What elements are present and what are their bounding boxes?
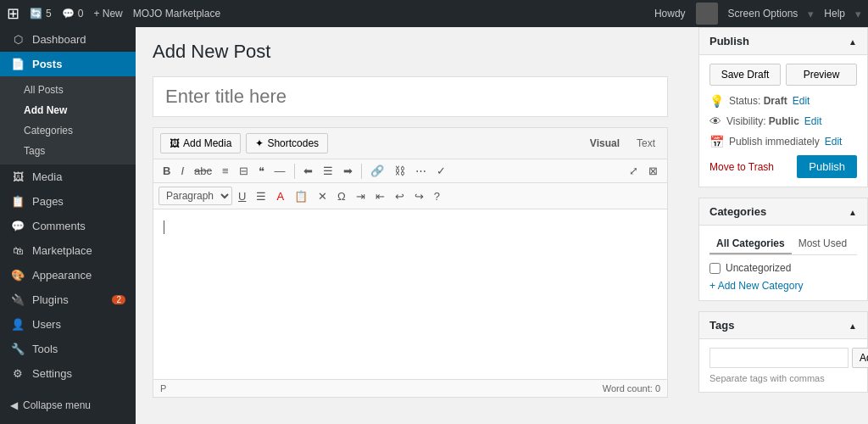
tags-input-row: Add (709, 348, 857, 368)
publish-metabox-header[interactable]: Publish (699, 28, 867, 55)
right-sidebar: Publish Save Draft Preview 💡 Status: Dra… (698, 27, 868, 424)
status-icon: 💡 (709, 94, 724, 108)
add-media-button[interactable]: 🖼 Add Media (160, 133, 241, 153)
adminbar-new[interactable]: + New (93, 8, 122, 20)
paste-text-button[interactable]: 📋 (290, 188, 312, 204)
text-tab[interactable]: Text (632, 134, 660, 153)
undo-button[interactable]: ↩ (391, 188, 409, 204)
unlink-button[interactable]: ⛓ (390, 163, 409, 179)
tags-add-button[interactable]: Add (852, 348, 868, 368)
uncategorized-checkbox-row: Uncategorized (709, 262, 857, 274)
strikethrough-button[interactable]: abc (190, 163, 216, 179)
bold-button[interactable]: B (159, 163, 175, 179)
schedule-icon: 📅 (709, 135, 724, 148)
sidebar-item-media[interactable]: 🖼 Media (0, 165, 136, 189)
visibility-edit-link[interactable]: Edit (804, 115, 822, 127)
uncategorized-checkbox[interactable] (709, 263, 721, 274)
publish-collapse-icon (849, 35, 857, 47)
spellcheck-button[interactable]: ✓ (432, 163, 450, 179)
sidebar-item-settings[interactable]: ⚙ Settings (0, 361, 136, 386)
categories-metabox-header[interactable]: Categories (699, 198, 867, 226)
categories-metabox-body: All Categories Most Used Uncategorized +… (699, 226, 867, 300)
appearance-icon: 🎨 (10, 269, 25, 282)
collapse-icon: ◀ (10, 399, 18, 411)
tags-note: Separate tags with commas (709, 373, 857, 383)
indent-button[interactable]: ⇥ (352, 188, 370, 204)
adminbar-marketplace[interactable]: MOJO Marketplace (133, 8, 220, 20)
most-used-tab[interactable]: Most Used (792, 234, 854, 254)
adminbar-site[interactable]: 🔄 5 (30, 8, 52, 20)
sidebar-subitem-tags[interactable]: Tags (0, 141, 136, 161)
sidebar-item-comments[interactable]: 💬 Comments (0, 214, 136, 238)
uncategorized-label: Uncategorized (726, 262, 791, 274)
help-kb-button[interactable]: ? (430, 188, 444, 204)
post-title-input[interactable] (153, 76, 668, 117)
wp-logo[interactable]: ⊞ (7, 6, 19, 21)
special-chars-button[interactable]: Ω (333, 188, 350, 204)
media-icon: 🖼 (10, 170, 25, 183)
text-color-button[interactable]: A (272, 188, 288, 204)
distraction-free-button[interactable]: ⊠ (644, 163, 662, 179)
status-edit-link[interactable]: Edit (793, 95, 810, 107)
blockquote-button[interactable]: ❝ (254, 163, 269, 179)
adminbar-comments[interactable]: 💬 0 (62, 8, 84, 20)
sidebar-item-dashboard[interactable]: ⬡ Dashboard (0, 27, 136, 52)
tags-collapse-icon (849, 319, 857, 332)
underline-button[interactable]: U (234, 188, 250, 204)
visual-tab[interactable]: Visual (585, 134, 625, 153)
all-categories-tab[interactable]: All Categories (709, 234, 792, 254)
save-draft-button[interactable]: Save Draft (709, 64, 781, 86)
justify-button[interactable]: ☰ (252, 188, 270, 204)
shortcodes-button[interactable]: ✦ Shortcodes (246, 133, 328, 153)
italic-button[interactable]: I (176, 163, 188, 179)
sidebar-item-plugins[interactable]: 🔌 Plugins 2 (0, 287, 136, 312)
sidebar-posts-submenu: All Posts Add New Categories Tags (0, 76, 136, 165)
fullscreen-button[interactable]: ⤢ (625, 163, 643, 179)
ordered-list-button[interactable]: ⊟ (235, 163, 253, 179)
schedule-edit-link[interactable]: Edit (825, 136, 843, 148)
align-left-button[interactable]: ⬅ (299, 163, 317, 179)
marketplace-icon: 🛍 (10, 244, 25, 257)
status-row: 💡 Status: Draft Edit (709, 94, 857, 108)
paragraph-select[interactable]: Paragraph Heading 1 Heading 2 Heading 3 (159, 187, 232, 205)
align-center-button[interactable]: ☰ (319, 163, 337, 179)
clear-format-button[interactable]: ✕ (314, 188, 331, 204)
comments-icon: 💬 (10, 220, 25, 232)
sidebar-item-marketplace[interactable]: 🛍 Marketplace (0, 238, 136, 263)
main-content: Add New Post 🖼 Add Media ✦ Shortcodes (136, 27, 685, 424)
sidebar-item-appearance[interactable]: 🎨 Appearance (0, 263, 136, 287)
hr-button[interactable]: — (270, 163, 290, 179)
align-right-button[interactable]: ➡ (339, 163, 357, 179)
editor-format-bar-2: Paragraph Heading 1 Heading 2 Heading 3 … (153, 183, 667, 209)
collapse-menu-btn[interactable]: ◀ Collapse menu (0, 393, 136, 418)
redo-button[interactable]: ↪ (410, 188, 428, 204)
tags-input[interactable] (709, 348, 849, 368)
editor-body[interactable] (153, 209, 667, 379)
dashboard-icon: ⬡ (10, 33, 25, 46)
link-button[interactable]: 🔗 (366, 163, 388, 179)
publish-metabox-body: Save Draft Preview 💡 Status: Draft Edit … (699, 55, 867, 187)
insert-more-button[interactable]: ⋯ (411, 163, 431, 179)
sidebar-subitem-add-new[interactable]: Add New (0, 100, 136, 120)
pages-icon: 📋 (10, 195, 25, 208)
add-new-category-link[interactable]: + Add New Category (709, 280, 803, 292)
plugins-badge: 2 (112, 295, 125, 304)
sidebar-item-users[interactable]: 👤 Users (0, 312, 136, 337)
tools-icon: 🔧 (10, 343, 25, 355)
preview-button[interactable]: Preview (786, 64, 857, 86)
tags-metabox-header[interactable]: Tags (699, 312, 867, 339)
publish-button[interactable]: Publish (797, 155, 857, 178)
sidebar-item-pages[interactable]: 📋 Pages (0, 189, 136, 214)
help-btn[interactable]: Help (824, 8, 845, 20)
sidebar-subitem-categories[interactable]: Categories (0, 120, 136, 141)
tags-metabox: Tags Add Separate tags with commas (698, 311, 868, 393)
screen-options-btn[interactable]: Screen Options (728, 8, 798, 20)
move-to-trash-link[interactable]: Move to Trash (709, 161, 774, 173)
outdent-button[interactable]: ⇤ (371, 188, 389, 204)
sidebar-subitem-all-posts[interactable]: All Posts (0, 80, 136, 100)
sidebar-item-posts[interactable]: 📄 Posts (0, 52, 136, 76)
publish-action-row: Move to Trash Publish (709, 155, 857, 178)
sidebar-item-tools[interactable]: 🔧 Tools (0, 337, 136, 361)
settings-icon: ⚙ (10, 367, 25, 380)
unordered-list-button[interactable]: ≡ (218, 163, 233, 179)
